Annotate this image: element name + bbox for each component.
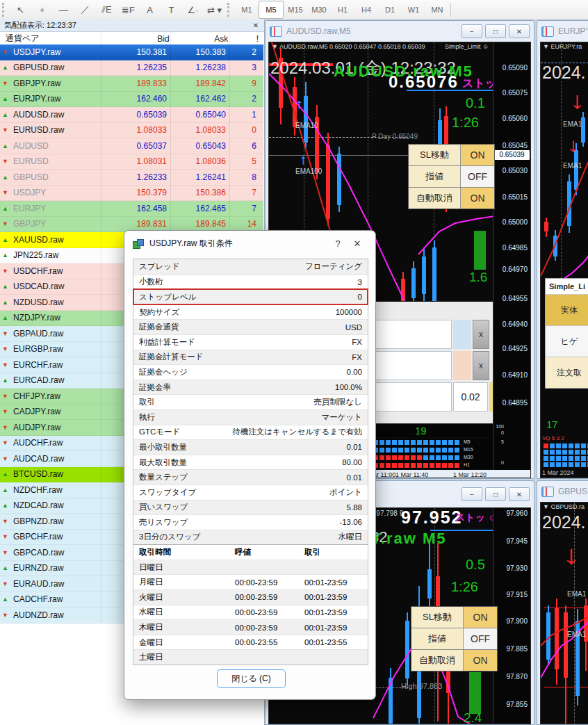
minimize-button[interactable]: − [462, 24, 482, 38]
market-watch-row[interactable]: ▲GBPUSD.raw1.262351.262383 [0, 60, 263, 76]
help-button[interactable]: ? [328, 238, 348, 249]
panel-toggle[interactable]: ON [461, 188, 494, 209]
toolbar-tools: ↖＋—／⫽E≣FAT∠·⇄ ▾ [10, 1, 225, 18]
close-dialog-button[interactable]: 閉じる (C) [217, 669, 286, 688]
lot-value-field[interactable]: 0.02 [453, 382, 488, 412]
down-arrow-icon: ↓ [569, 88, 586, 112]
timeframe-m15[interactable]: M15 [284, 1, 307, 18]
panel-button[interactable]: SL移動 [411, 607, 464, 628]
column-ask[interactable]: Ask [170, 34, 229, 44]
panel-toggle[interactable]: ON [464, 607, 497, 628]
cursor-icon[interactable]: ↖ [10, 1, 31, 18]
dialog-titlebar[interactable]: USDJPY.raw 取引条件 ? ✕ [124, 231, 375, 256]
column-spread[interactable]: ! [228, 34, 264, 44]
price-scale-label: 0.64955 [503, 295, 528, 302]
shapes-icon[interactable]: ⇄ ▾ [204, 1, 225, 18]
candle-body [555, 608, 559, 669]
panel-button[interactable]: 指値 [409, 166, 461, 187]
up-arrow-icon: ▲ [0, 299, 13, 306]
chart-text: EMA1 [567, 590, 586, 598]
market-watch-titlebar[interactable]: 気配値表示: 12:23:37 ✕ [0, 19, 264, 32]
clear-field-button[interactable]: x [473, 351, 489, 380]
chart-text: 0.65076 [389, 73, 459, 91]
chart-text: 0.5 [466, 557, 485, 572]
chart-text: ▼ GBPUSD.ra [543, 504, 585, 511]
fibonacci-icon[interactable]: ⫽E [96, 1, 117, 18]
grid-line [101, 31, 101, 624]
toolbar-grip[interactable] [2, 3, 8, 17]
spec-value: 売買制限なし [313, 397, 368, 407]
panel-toggle[interactable]: ON [464, 650, 497, 671]
horizontal-line-icon[interactable]: — [53, 1, 74, 18]
heatmap-cell [423, 440, 428, 445]
label-icon[interactable]: T [161, 1, 182, 18]
ask-value: 0.65040 [167, 110, 226, 120]
crosshair-icon[interactable]: ＋ [31, 1, 53, 18]
price-scale-label: 97.915 [506, 591, 528, 598]
bid-value: 150.381 [97, 47, 167, 57]
audjpy-price-scale[interactable]: 97.96097.94597.93097.91597.90097.88597.8… [493, 508, 530, 724]
angle-icon[interactable]: ∠· [182, 1, 204, 18]
restore-button[interactable]: □ [485, 24, 506, 38]
market-watch-row[interactable]: ▼GBPJPY.raw189.833189.8429 [0, 76, 263, 92]
panel-button[interactable]: 自動取消 [411, 650, 464, 671]
close-button[interactable]: ✕ [509, 24, 530, 38]
panel-button[interactable]: SL移動 [409, 145, 461, 165]
toolbar-grip-2[interactable] [227, 3, 233, 17]
gbpusd-chart[interactable]: ↓▼ GBPUSD.ra2024.EMA1EMA1 [540, 502, 588, 724]
window-titlebar[interactable]: EURJPY.r [537, 21, 588, 42]
audusd-price-scale[interactable]: 0.650900.650750.650600.650450.650300.650… [493, 42, 530, 470]
column-bid[interactable]: Bid [100, 34, 169, 44]
market-watch-row[interactable]: ▲AUDUSD0.650370.650436 [0, 138, 263, 154]
timeframe-m1[interactable]: M1 [235, 1, 259, 18]
spec-value: 0.00 [347, 368, 368, 376]
timeframe-h4[interactable]: H4 [354, 1, 378, 18]
side-panel-button[interactable]: 実体 [546, 295, 588, 326]
trendline-icon[interactable]: ／ [74, 1, 96, 18]
chart-panel-row: 指値OFF [409, 166, 494, 188]
side-panel-button[interactable]: 注文取 [546, 357, 588, 388]
market-watch-row[interactable]: ▲GBPUSD1.262331.262418 [0, 170, 263, 186]
minimize-button[interactable]: − [462, 487, 482, 501]
chart-text: 97.952 [401, 508, 462, 528]
market-watch-row[interactable]: ▼USDJPY.raw150.381150.3832 [0, 44, 263, 60]
down-arrow-icon: ▼ [0, 80, 13, 87]
close-icon[interactable]: ✕ [348, 238, 367, 249]
restore-button[interactable]: □ [485, 487, 506, 501]
panel-toggle[interactable]: OFF [464, 628, 497, 649]
timeframe-mn[interactable]: MN [425, 1, 449, 18]
market-watch-row[interactable]: ▼USDJPY150.379150.3867 [0, 186, 263, 202]
panel-button[interactable]: 指値 [411, 628, 464, 649]
window-titlebar[interactable]: GBPUSD. [537, 481, 588, 502]
side-panel-button[interactable]: ヒゲ [546, 326, 588, 357]
heatmap-cell [448, 440, 453, 445]
price-scale-label: 0.64985 [503, 244, 528, 252]
close-button[interactable]: ✕ [509, 487, 530, 501]
text-icon[interactable]: A [139, 1, 161, 18]
timeframe-w1[interactable]: W1 [402, 1, 425, 18]
tool-panel-title: Simple_Li [546, 279, 588, 295]
column-symbol[interactable]: 通貨ペア [0, 33, 100, 44]
panel-button[interactable]: 自動取消 [409, 188, 461, 209]
market-watch-row[interactable]: ▲EURJPY.raw162.460162.4622 [0, 92, 263, 108]
timeframe-d1[interactable]: D1 [378, 1, 402, 18]
close-icon[interactable]: ✕ [252, 22, 260, 29]
panel-toggle[interactable]: OFF [461, 166, 494, 187]
window-titlebar[interactable]: AUDUSD.raw,M5 −□✕ [266, 21, 534, 42]
channel-icon[interactable]: ≣F [117, 1, 139, 18]
chart-text: High 97.863 [401, 682, 442, 690]
market-watch-row[interactable]: ▼EURUSD1.080311.080365 [0, 154, 263, 170]
timeframe-m5[interactable]: M5 [259, 1, 284, 19]
timeframe-h1[interactable]: H1 [331, 1, 354, 18]
clear-field-button[interactable]: x [473, 320, 489, 349]
main-toolbar: ↖＋—／⫽E≣FAT∠·⇄ ▾ M1M5M15M30H1H4D1W1MN [0, 0, 588, 20]
timeframe-m30[interactable]: M30 [307, 1, 331, 18]
market-watch-row[interactable]: ▲AUDUSD.raw0.650390.650401 [0, 107, 263, 123]
market-watch-row[interactable]: ▲EURJPY162.458162.4657 [0, 201, 263, 217]
heatmap-cell [386, 440, 391, 445]
panel-toggle[interactable]: ON [461, 145, 494, 165]
symbol-label: AUDUSD.raw [13, 110, 97, 120]
market-watch-row[interactable]: ▼EURUSD.raw1.080331.080330 [0, 123, 263, 139]
heatmap-cell [379, 463, 384, 468]
eurjpy-chart[interactable]: ↓↓▼ EURJPY.ra2024.EMA1EMA1 Simple_Li 実体ヒ… [540, 42, 588, 478]
